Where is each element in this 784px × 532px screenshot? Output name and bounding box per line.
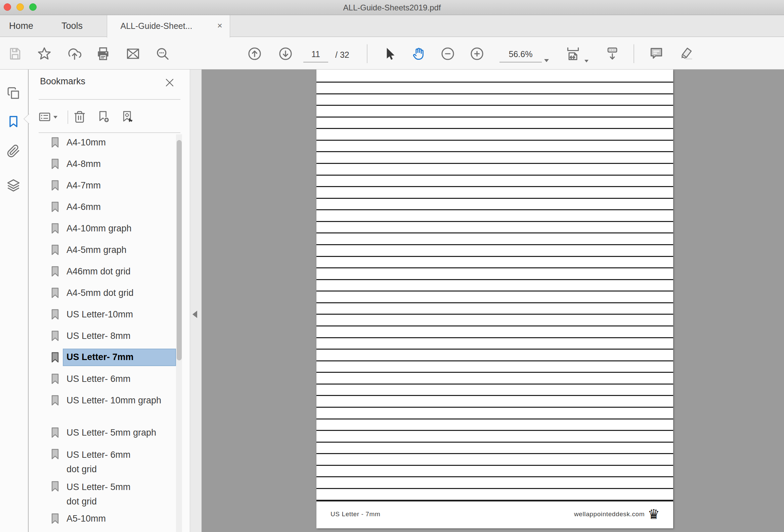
ruled-line (316, 407, 673, 408)
collapse-panel-arrow-icon[interactable] (193, 311, 197, 318)
ruled-line (316, 128, 673, 129)
bookmark-ribbon-icon (51, 427, 59, 438)
page-thumbnails-icon[interactable] (7, 86, 20, 100)
bookmark-ribbon-icon (51, 223, 59, 234)
pdf-page: US Letter - 7mm wellappointeddesk.com ♛ (316, 69, 673, 528)
email-icon[interactable] (125, 46, 140, 61)
bookmark-item[interactable]: US Letter- 6mmdot grid (29, 443, 183, 476)
page-up-icon[interactable] (247, 46, 262, 61)
bookmark-item[interactable]: US Letter- 5mmdot grid (29, 476, 183, 508)
panel-gutter (190, 69, 201, 532)
ruled-line (316, 256, 673, 257)
bookmark-ribbon-icon (51, 481, 59, 492)
bookmark-item[interactable]: A4-8mm (29, 153, 183, 175)
select-cursor-icon[interactable] (382, 46, 396, 61)
fit-width-icon[interactable] (566, 46, 581, 61)
titlebar: ALL-Guide-Sheets2019.pdf (0, 0, 784, 15)
search-icon[interactable] (155, 46, 170, 61)
bookmark-item[interactable]: A4-10mm graph (29, 218, 183, 239)
scrolling-mode-icon[interactable] (605, 46, 620, 61)
options-caret-icon[interactable] (53, 116, 57, 118)
comment-icon[interactable] (649, 46, 664, 61)
crown-logo-icon: ♛ (648, 507, 660, 521)
ruled-line (316, 116, 673, 117)
ruled-line (316, 360, 673, 361)
ruled-line (316, 93, 673, 94)
highlighter-icon[interactable] (679, 46, 694, 61)
zoom-out-icon[interactable] (440, 46, 455, 61)
bookmark-item[interactable]: A4-6mm (29, 196, 183, 218)
bookmark-label: US Letter-10mm (66, 308, 133, 321)
ruled-line (316, 418, 673, 419)
panel-toolbar-separator (67, 111, 68, 124)
panel-separator (39, 99, 180, 100)
ruled-line (316, 488, 673, 489)
tab-close-icon[interactable]: × (217, 15, 222, 37)
bookmark-label: A4-6mm (66, 200, 101, 213)
save-icon[interactable] (8, 46, 23, 61)
bookmark-item[interactable]: US Letter- 7mm (29, 346, 183, 368)
bookmark-ribbon-icon (51, 159, 59, 169)
cloud-upload-icon[interactable] (67, 46, 82, 61)
ruled-line (316, 290, 673, 291)
tagged-bookmark-icon[interactable] (120, 110, 134, 123)
ruled-line (316, 384, 673, 385)
bookmark-label: US Letter- 5mm (66, 480, 131, 494)
ruled-line (316, 348, 673, 349)
bookmark-item[interactable]: US Letter- 10mm graph (29, 390, 183, 411)
tab-home[interactable]: Home (9, 15, 33, 37)
zoom-in-icon[interactable] (470, 46, 484, 61)
layers-icon[interactable] (7, 179, 20, 192)
tab-document[interactable]: ALL-Guide-Sheet... × (107, 15, 230, 38)
print-icon[interactable] (96, 46, 111, 61)
page-footer: US Letter - 7mm wellappointeddesk.com ♛ (331, 507, 660, 521)
panel-scrollbar-thumb[interactable] (177, 140, 182, 360)
bookmark-label: A4-7mm (66, 179, 101, 192)
bookmark-label: A4-10mm graph (66, 222, 132, 235)
page-footer-left-label: US Letter - 7mm (331, 510, 380, 518)
panel-pointer-notch (23, 113, 30, 124)
bookmark-item[interactable]: A4-7mm (29, 175, 183, 196)
attachments-icon[interactable] (7, 144, 20, 158)
bookmark-item[interactable]: A4-5mm dot grid (29, 282, 183, 304)
tab-tools[interactable]: Tools (61, 15, 83, 37)
add-bookmark-icon[interactable] (97, 110, 111, 123)
page-number-input[interactable]: 11 (303, 47, 328, 62)
bookmark-ribbon-icon (51, 373, 59, 384)
ruled-line (316, 337, 673, 338)
ruled-line (316, 453, 673, 454)
bookmark-item[interactable]: A4-10mm (29, 132, 183, 153)
acrobat-window: ALL-Guide-Sheets2019.pdf Home Tools ALL-… (0, 0, 784, 532)
star-icon[interactable] (37, 46, 52, 61)
fit-dropdown-caret-icon[interactable] (585, 60, 588, 62)
page-down-icon[interactable] (278, 46, 293, 61)
ruled-line (316, 221, 673, 222)
panel-title: Bookmarks (40, 76, 85, 87)
ruled-line (316, 326, 673, 327)
ruled-line (316, 465, 673, 466)
bookmark-item[interactable]: US Letter- 6mm (29, 368, 183, 390)
ruled-line (316, 232, 673, 233)
bookmark-item[interactable]: A5-10mm (29, 508, 183, 529)
bookmarks-icon[interactable] (7, 115, 20, 128)
options-icon[interactable] (38, 110, 51, 123)
bookmark-item[interactable]: A4-5mm graph (29, 239, 183, 261)
bookmark-label: US Letter- 10mm graph (66, 394, 161, 407)
bookmark-item[interactable]: US Letter- 8mm (29, 325, 183, 346)
ruled-line (316, 476, 673, 477)
trash-icon[interactable] (73, 110, 86, 123)
ruled-line (316, 442, 673, 443)
document-area: US Letter - 7mm wellappointeddesk.com ♛ (201, 69, 784, 532)
panel-close-icon[interactable] (165, 78, 175, 88)
bookmark-item[interactable]: A46mm dot grid (29, 261, 183, 282)
bookmark-label: A4-5mm dot grid (66, 286, 134, 299)
bookmark-ribbon-icon (51, 201, 59, 212)
zoom-dropdown-caret-icon[interactable] (544, 59, 549, 62)
bookmark-item[interactable]: US Letter-10mm (29, 304, 183, 325)
hand-tool-icon[interactable] (412, 46, 426, 61)
bookmark-ribbon-icon (51, 137, 59, 148)
ruled-line (316, 302, 673, 303)
bookmark-item[interactable]: US Letter- 5mm graph (29, 422, 183, 443)
zoom-level-input[interactable]: 56.6% (500, 47, 542, 62)
ruled-line (316, 140, 673, 141)
